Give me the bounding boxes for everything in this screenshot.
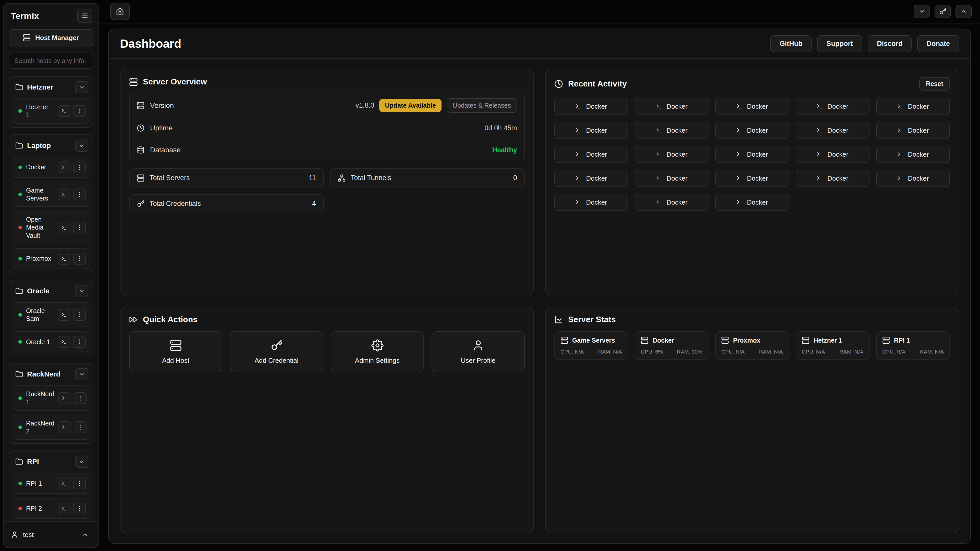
recent-activity-item[interactable]: Docker xyxy=(876,146,950,163)
recent-activity-item[interactable]: Docker xyxy=(796,122,870,139)
host-menu-button[interactable] xyxy=(73,336,86,348)
host-item[interactable]: RPI 2 xyxy=(13,498,89,519)
recent-activity-item[interactable]: Docker xyxy=(796,98,870,115)
user-menu-button[interactable] xyxy=(77,527,92,542)
recent-activity-item[interactable]: Docker xyxy=(876,122,950,139)
clock-icon xyxy=(137,124,145,132)
host-item[interactable]: RackNerd 2 xyxy=(13,415,89,440)
host-terminal-button[interactable] xyxy=(59,421,71,433)
sidebar-menu-button[interactable] xyxy=(77,9,92,23)
recent-activity-item[interactable]: Docker xyxy=(554,170,628,187)
terminal-icon xyxy=(817,103,823,110)
host-terminal-button[interactable] xyxy=(58,503,70,514)
recent-activity-item[interactable]: Docker xyxy=(715,146,789,163)
recent-activity-item[interactable]: Docker xyxy=(635,146,708,163)
host-terminal-button[interactable] xyxy=(58,309,70,321)
host-menu-button[interactable] xyxy=(73,309,86,321)
host-menu-button[interactable] xyxy=(73,189,86,200)
recent-activity-item[interactable]: Docker xyxy=(635,170,708,187)
tabbar-collapse-button[interactable] xyxy=(914,5,930,18)
recent-activity-item[interactable]: Docker xyxy=(715,170,789,187)
server-stat-tile[interactable]: RPI 1 CPU: N/A RAM: N/A xyxy=(876,331,950,360)
recent-activity-item[interactable]: Docker xyxy=(554,146,628,163)
group-collapse-button[interactable] xyxy=(75,456,88,468)
sidebar: Termix Host Manager Hetzner xyxy=(3,3,99,548)
server-overview-header: Server Overview xyxy=(129,77,525,86)
recent-activity-header: Recent Activity Reset xyxy=(554,77,950,91)
group-collapse-button[interactable] xyxy=(75,81,88,94)
recent-activity-item[interactable]: Docker xyxy=(635,194,708,211)
host-manager-button[interactable]: Host Manager xyxy=(9,29,94,46)
host-item[interactable]: RPI 1 xyxy=(13,473,89,494)
server-stat-tile[interactable]: Proxmox CPU: N/A RAM: N/A xyxy=(715,331,789,360)
user-profile-button[interactable]: User Profile xyxy=(431,331,525,372)
host-terminal-button[interactable] xyxy=(58,253,70,265)
recent-activity-item[interactable]: Docker xyxy=(715,122,789,139)
host-menu-button[interactable] xyxy=(73,253,86,265)
host-group-header[interactable]: RackNerd xyxy=(13,367,89,381)
host-terminal-button[interactable] xyxy=(58,478,70,489)
host-item[interactable]: RackNerd 1 xyxy=(13,386,89,411)
host-menu-button[interactable] xyxy=(73,162,86,173)
host-group-header[interactable]: RPI xyxy=(13,454,89,469)
host-terminal-button[interactable] xyxy=(58,105,70,117)
server-stat-ram: RAM: N/A xyxy=(598,349,622,355)
recent-activity-item[interactable]: Docker xyxy=(554,194,628,211)
host-item[interactable]: Hetzner 1 xyxy=(13,98,89,124)
ssh-keys-button[interactable] xyxy=(935,5,951,18)
add-host-button[interactable]: Add Host xyxy=(129,331,222,372)
tabbar-expand-button[interactable] xyxy=(956,5,972,18)
server-stat-tile[interactable]: Game Servers CPU: N/A RAM: N/A xyxy=(554,331,628,360)
host-item[interactable]: Oracle 1 xyxy=(13,331,89,352)
host-item[interactable]: Open Media Vault xyxy=(13,211,89,244)
server-stat-tile[interactable]: Hetzner 1 CPU: N/A RAM: N/A xyxy=(796,331,870,360)
recent-activity-item[interactable]: Docker xyxy=(715,98,789,115)
host-item[interactable]: Docker xyxy=(13,157,89,178)
host-item[interactable]: Oracle Sam xyxy=(13,302,89,327)
recent-activity-item[interactable]: Docker xyxy=(796,146,870,163)
host-menu-button[interactable] xyxy=(74,421,86,433)
host-menu-button[interactable] xyxy=(74,392,86,404)
tab-home[interactable] xyxy=(110,3,130,20)
host-menu-button[interactable] xyxy=(73,222,86,233)
group-collapse-button[interactable] xyxy=(75,285,88,297)
recent-activity-item[interactable]: Docker xyxy=(715,194,789,211)
group-collapse-button[interactable] xyxy=(75,140,88,152)
host-terminal-button[interactable] xyxy=(58,189,70,200)
host-group-header[interactable]: Hetzner xyxy=(13,80,89,94)
update-available-badge[interactable]: Update Available xyxy=(379,99,442,112)
header-action-github[interactable]: GitHub xyxy=(770,35,811,52)
host-group-header[interactable]: Oracle xyxy=(13,284,89,298)
recent-activity-item[interactable]: Docker xyxy=(554,98,628,115)
total-servers-label: Total Servers xyxy=(150,174,190,182)
server-stat-cpu: CPU: N/A xyxy=(560,349,584,355)
host-group-header[interactable]: Laptop xyxy=(13,138,89,153)
recent-activity-item[interactable]: Docker xyxy=(876,98,950,115)
host-menu-button[interactable] xyxy=(73,478,86,489)
recent-activity-item[interactable]: Docker xyxy=(554,122,628,139)
host-menu-button[interactable] xyxy=(73,105,86,117)
sidebar-footer[interactable]: test xyxy=(3,521,99,548)
admin-settings-button[interactable]: Admin Settings xyxy=(331,331,424,372)
server-stat-tile[interactable]: Docker CPU: 6% RAM: 30% xyxy=(635,331,708,360)
header-action-discord[interactable]: Discord xyxy=(868,35,912,52)
recent-activity-item[interactable]: Docker xyxy=(635,98,708,115)
add-credential-button[interactable]: Add Credential xyxy=(230,331,323,372)
user-icon xyxy=(472,339,484,351)
updates-releases-button[interactable]: Updates & Releases xyxy=(447,98,517,113)
recent-activity-item[interactable]: Docker xyxy=(796,170,870,187)
recent-activity-item[interactable]: Docker xyxy=(876,170,950,187)
host-item[interactable]: Proxmox xyxy=(13,248,89,269)
group-collapse-button[interactable] xyxy=(75,368,88,380)
host-terminal-button[interactable] xyxy=(58,162,70,173)
header-action-donate[interactable]: Donate xyxy=(917,35,959,52)
host-menu-button[interactable] xyxy=(73,503,86,514)
host-terminal-button[interactable] xyxy=(58,336,70,348)
host-item[interactable]: Game Servers xyxy=(13,182,89,207)
recent-activity-item[interactable]: Docker xyxy=(635,122,708,139)
host-terminal-button[interactable] xyxy=(58,222,70,233)
host-search-input[interactable] xyxy=(9,52,94,69)
reset-button[interactable]: Reset xyxy=(919,77,950,91)
header-action-support[interactable]: Support xyxy=(817,35,862,52)
host-terminal-button[interactable] xyxy=(59,392,71,404)
